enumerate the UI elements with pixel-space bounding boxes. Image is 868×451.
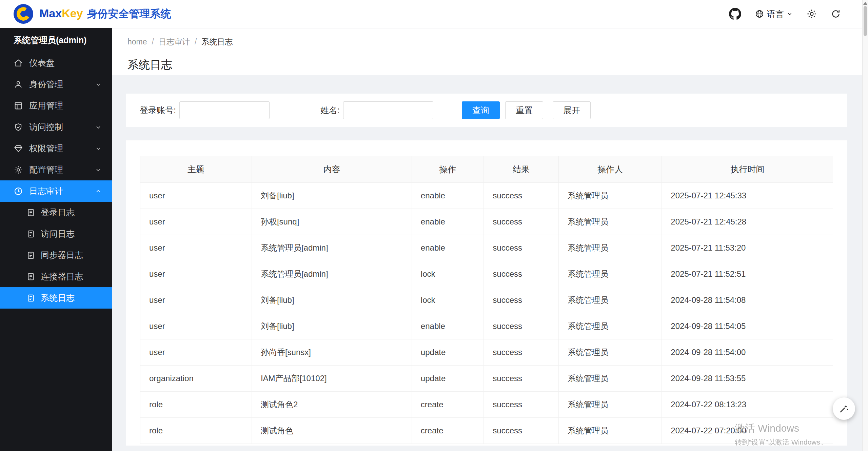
language-selector[interactable]: 语言 (755, 8, 793, 20)
table-cell: update (412, 366, 484, 392)
table-cell: success (484, 392, 559, 418)
home-icon (14, 58, 23, 68)
refresh-icon[interactable] (831, 9, 841, 19)
table-row: user刘备[liub]locksuccess系统管理员2024-09-28 1… (140, 287, 833, 313)
scrollbar-thumb[interactable] (864, 6, 867, 36)
reset-button[interactable]: 重置 (505, 101, 543, 119)
table-cell: role (140, 392, 252, 418)
main-content: home / 日志审计 / 系统日志 系统日志 登录账号: 姓名: 查询 重置 … (112, 28, 868, 451)
table-cell: success (484, 366, 559, 392)
sidebar-item-label: 仪表盘 (29, 57, 55, 68)
sidebar-subitem-label: 访问日志 (41, 228, 75, 239)
maxkey-logo-icon (14, 4, 33, 24)
expand-button[interactable]: 展开 (553, 101, 591, 119)
col-header-operation: 操作 (412, 156, 484, 183)
table-cell: 2024-09-28 11:54:05 (662, 313, 833, 339)
chevron-up-icon (95, 188, 102, 195)
table-row: user系统管理员[admin]enablesuccess系统管理员2025-0… (140, 235, 833, 261)
table-row: user刘备[liub]enablesuccess系统管理员2025-07-21… (140, 183, 833, 209)
account-field-label: 登录账号: (140, 105, 176, 116)
sidebar-subitem-system-log[interactable]: 系统日志 (0, 287, 112, 309)
breadcrumb-home[interactable]: home (127, 37, 147, 46)
sidebar-item-permissions[interactable]: 权限管理 (0, 138, 112, 159)
sidebar-item-configuration[interactable]: 配置管理 (0, 159, 112, 180)
table-cell: lock (412, 287, 484, 313)
table-cell: user (140, 209, 252, 235)
table-cell: 2024-09-28 11:54:00 (662, 339, 833, 366)
floating-assistant-button[interactable] (833, 397, 855, 420)
log-file-icon (26, 294, 35, 302)
table-cell: 2025-07-21 12:45:28 (662, 209, 833, 235)
table-cell: enable (412, 209, 484, 235)
vertical-scrollbar[interactable] (862, 0, 868, 451)
chevron-down-icon (95, 124, 102, 131)
table-cell: organization (140, 366, 252, 392)
magic-wand-icon (838, 403, 850, 414)
table-cell: 系统管理员 (558, 287, 662, 313)
table-cell: success (484, 313, 559, 339)
table-cell: user (140, 261, 252, 287)
brand-subtitle: 身份安全管理系统 (87, 7, 171, 21)
log-table-body: user刘备[liub]enablesuccess系统管理员2025-07-21… (140, 183, 833, 444)
col-header-operator: 操作人 (558, 156, 662, 183)
table-cell: 系统管理员 (558, 392, 662, 418)
col-header-subject: 主题 (140, 156, 252, 183)
sidebar-subitem-label: 系统日志 (41, 292, 75, 303)
table-cell: 系统管理员 (558, 209, 662, 235)
sidebar-item-apps[interactable]: 应用管理 (0, 95, 112, 116)
sidebar-subitem-connector-log[interactable]: 连接器日志 (0, 266, 112, 287)
table-row: role测试角色2createsuccess系统管理员2024-07-22 08… (140, 392, 833, 418)
sidebar-subitem-login-log[interactable]: 登录日志 (0, 202, 112, 223)
table-row: user系统管理员[admin]locksuccess系统管理员2025-07-… (140, 261, 833, 287)
gear-icon[interactable] (806, 8, 817, 19)
gear-icon (14, 165, 23, 175)
language-label: 语言 (767, 8, 784, 20)
sidebar-item-label: 应用管理 (29, 100, 63, 111)
sidebar-subitem-synchronizer-log[interactable]: 同步器日志 (0, 244, 112, 266)
table-cell: 2025-07-21 12:45:33 (662, 183, 833, 209)
sidebar-item-log-audit[interactable]: 日志审计 (0, 180, 112, 202)
sidebar-subitem-access-log[interactable]: 访问日志 (0, 223, 112, 244)
table-cell: success (484, 339, 559, 366)
log-table-head: 主题 内容 操作 结果 操作人 执行时间 (140, 156, 833, 183)
top-header: MaxKey 身份安全管理系统 语言 (0, 0, 868, 28)
breadcrumb-section[interactable]: 日志审计 (159, 37, 190, 47)
breadcrumb-current: 系统日志 (201, 37, 233, 47)
log-file-icon (26, 230, 35, 238)
app-root: MaxKey 身份安全管理系统 语言 (0, 0, 868, 451)
breadcrumb: home / 日志审计 / 系统日志 (127, 37, 847, 47)
github-icon[interactable] (729, 8, 741, 20)
chevron-down-icon (95, 166, 102, 173)
sidebar-item-label: 日志审计 (29, 185, 63, 197)
table-cell: create (412, 392, 484, 418)
sidebar-item-label: 访问控制 (29, 121, 63, 133)
table-cell: 孙权[sunq] (252, 209, 412, 235)
sidebar-subitem-label: 同步器日志 (41, 250, 83, 261)
query-button[interactable]: 查询 (462, 101, 500, 119)
name-input[interactable] (343, 101, 433, 119)
sidebar-item-access-control[interactable]: 访问控制 (0, 116, 112, 138)
table-cell: enable (412, 183, 484, 209)
table-cell: 2024-07-22 07:20:00 (662, 418, 833, 444)
breadcrumb-separator: / (195, 37, 197, 46)
sidebar-item-dashboard[interactable]: 仪表盘 (0, 52, 112, 74)
table-cell: 2024-07-22 08:13:23 (662, 392, 833, 418)
shield-check-icon (14, 122, 23, 132)
table-row: user刘备[liub]enablesuccess系统管理员2024-09-28… (140, 313, 833, 339)
table-cell: 刘备[liub] (252, 183, 412, 209)
clock-icon (14, 187, 23, 196)
sidebar-item-identity[interactable]: 身份管理 (0, 74, 112, 95)
header-actions: 语言 (729, 8, 841, 20)
table-cell: user (140, 235, 252, 261)
table-cell: 系统管理员 (558, 183, 662, 209)
table-cell: 系统管理员 (558, 261, 662, 287)
table-cell: 2024-09-28 11:54:08 (662, 287, 833, 313)
table-row: role测试角色createsuccess系统管理员2024-07-22 07:… (140, 418, 833, 444)
scrollbar-up-arrow-icon[interactable] (863, 2, 867, 5)
table-cell: 系统管理员 (558, 339, 662, 366)
table-cell: enable (412, 313, 484, 339)
account-input[interactable] (179, 101, 270, 119)
table-cell: 刘备[liub] (252, 313, 412, 339)
app-window-icon (14, 101, 23, 111)
log-table: 主题 内容 操作 结果 操作人 执行时间 user刘备[liub]enables… (140, 156, 833, 444)
